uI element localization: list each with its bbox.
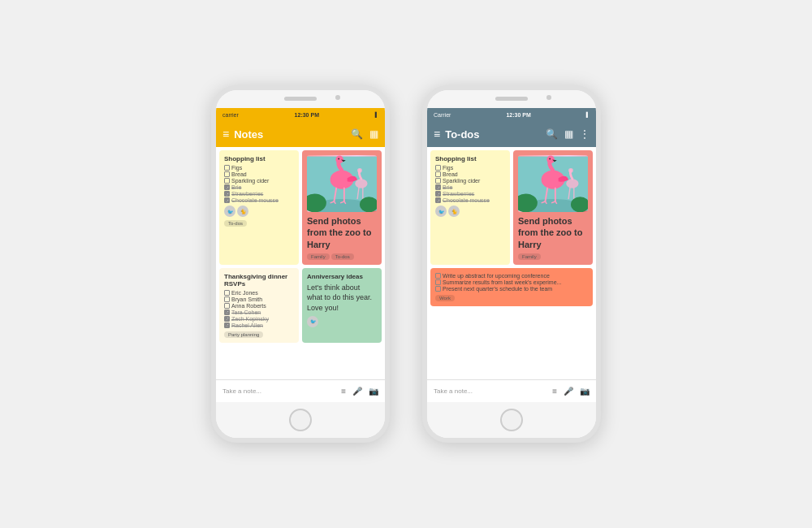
shopping-list-title-2: Shopping list [435,155,505,162]
item-rachel: ✓Rachel Allen [224,322,294,328]
work-tasks-card[interactable]: Write up abstract for upcoming conferenc… [430,268,593,306]
cb-eric[interactable] [224,290,230,296]
app-header-1: ≡ Notes 🔍 ▦ [216,121,385,147]
take-note-2[interactable]: Take a note... [434,387,552,395]
mic-icon-1[interactable]: 🎤 [352,387,362,396]
cb-choc-2[interactable]: ✓ [435,197,441,203]
notes-grid-1[interactable]: Shopping list Figs Bread Sparkling cider… [216,147,385,379]
menu-icon-2[interactable]: ≡ [434,128,440,141]
cb-choc[interactable]: ✓ [224,197,230,203]
tag-work[interactable]: Work [435,295,455,301]
anniversary-title: Anniversary ideas [307,273,377,280]
header-title-1: Notes [234,128,351,141]
cb-bread-2[interactable] [435,171,441,177]
phone-notes: carrier 12:30 PM ▌ ≡ Notes 🔍 ▦ Shopping … [211,85,390,443]
anniversary-avatars: 🐦 [307,316,377,327]
more-icon-2[interactable]: ⋮ [580,128,590,140]
notes-grid-2[interactable]: Shopping list Figs Bread Sparkling cider… [427,147,596,379]
cb-figs-2[interactable] [435,165,441,171]
item-zach: ✓Zach Kopinsky [224,316,294,322]
shopping-list-card[interactable]: Shopping list Figs Bread Sparkling cider… [219,150,299,265]
cb-strawberries[interactable]: ✓ [224,191,230,197]
cb-cider-2[interactable] [435,178,441,184]
cb-anna[interactable] [224,303,230,309]
menu-icon-1[interactable]: ≡ [222,128,229,141]
home-button-1[interactable] [289,409,312,431]
take-note-1[interactable]: Take a note... [222,387,341,395]
send-photos-tags-2: Family [518,253,588,260]
mic-icon-2[interactable]: 🎤 [564,387,573,396]
cb-bread[interactable] [224,171,230,177]
cb-present[interactable] [435,286,441,292]
camera-1 [335,95,340,100]
phone-top-bar-2 [427,90,596,108]
avatar-bird-2: 🐦 [307,316,318,327]
list-icon-2[interactable]: ≡ [552,387,557,396]
scene: carrier 12:30 PM ▌ ≡ Notes 🔍 ▦ Shopping … [0,0,812,528]
thanksgiving-title: Thanksgiving dinner RSVPs [224,273,294,288]
svg-point-29 [568,168,573,173]
item-cider-2: Sparkling cider [435,178,505,184]
flamingo-image [307,155,377,212]
flamingo-svg [307,155,377,212]
time-2: 12:30 PM [506,112,530,118]
search-icon-2[interactable]: 🔍 [546,128,558,140]
svg-point-21 [549,158,551,159]
phone-screen-1: carrier 12:30 PM ▌ ≡ Notes 🔍 ▦ Shopping … [216,108,385,402]
send-photos-card-2[interactable]: Send photos from the zoo to Harry Family [513,150,593,265]
thanksgiving-tags: Party planning [224,331,294,338]
cb-zach[interactable]: ✓ [224,316,230,322]
svg-point-20 [546,156,555,164]
item-brie-2: ✓Brie [435,184,505,190]
cb-abstract[interactable] [435,273,441,279]
camera-icon-2[interactable]: 📷 [580,387,590,396]
cb-brie-2[interactable]: ✓ [435,184,441,190]
tag-family-2[interactable]: Family [518,253,541,260]
item-tara: ✓Tara Cohen [224,309,294,315]
speaker-2 [495,97,528,101]
shopping-avatars-2: 🐦 🐈 [435,206,505,217]
item-figs: Figs [224,165,294,171]
carrier-1: carrier [222,112,239,118]
svg-point-12 [357,168,362,173]
item-eric: Eric Jones [224,290,294,296]
cb-bryan[interactable] [224,296,230,302]
svg-point-11 [355,179,367,188]
cb-brie[interactable]: ✓ [224,184,230,190]
home-button-2[interactable] [500,409,523,431]
send-photos-card[interactable]: Send photos from the zoo to Harry Family… [302,150,382,265]
item-summarize: Summarize results from last week's exper… [435,279,588,285]
item-strawberries: ✓Strawberries [224,191,294,197]
bottom-actions-2: ≡ 🎤 📷 [552,387,590,396]
header-actions-1: 🔍 ▦ [351,128,378,140]
anniversary-card[interactable]: Anniversary ideas Let's think about what… [302,268,382,343]
phone-todos: Carrier 12:30 PM ▌ ≡ To-dos 🔍 ▦ ⋮ Shoppi… [422,85,601,443]
cb-cider[interactable] [224,178,230,184]
shopping-list-card-2[interactable]: Shopping list Figs Bread Sparkling cider… [430,150,510,265]
item-choc: ✓Chocolate mousse [224,197,294,203]
tag-family-1[interactable]: Family [307,253,330,260]
send-photos-text: Send photos from the zoo to Harry [307,215,377,250]
cb-figs[interactable] [224,165,230,171]
search-icon-1[interactable]: 🔍 [351,128,363,140]
item-bread: Bread [224,171,294,177]
svg-point-28 [566,179,578,188]
cb-tara[interactable]: ✓ [224,309,230,315]
work-tags: Work [435,295,588,301]
grid-icon-2[interactable]: ▦ [564,128,573,140]
grid-icon-1[interactable]: ▦ [369,128,378,140]
cb-rachel[interactable]: ✓ [224,322,230,328]
camera-icon-1[interactable]: 📷 [369,387,378,396]
thanksgiving-card[interactable]: Thanksgiving dinner RSVPs Eric Jones Bry… [219,268,299,343]
item-choc-2: ✓Chocolate mousse [435,197,505,203]
item-bread-2: Bread [435,171,505,177]
cb-straw-2[interactable]: ✓ [435,191,441,197]
list-icon-1[interactable]: ≡ [341,387,346,396]
tag-party[interactable]: Party planning [224,331,263,338]
app-header-2: ≡ To-dos 🔍 ▦ ⋮ [427,121,596,147]
status-bar-1: carrier 12:30 PM ▌ [216,108,385,121]
tag-todos-1[interactable]: To-dos [224,220,247,227]
bottom-actions-1: ≡ 🎤 📷 [341,387,378,396]
tag-todos-2[interactable]: To-dos [331,253,354,260]
cb-summarize[interactable] [435,279,441,285]
